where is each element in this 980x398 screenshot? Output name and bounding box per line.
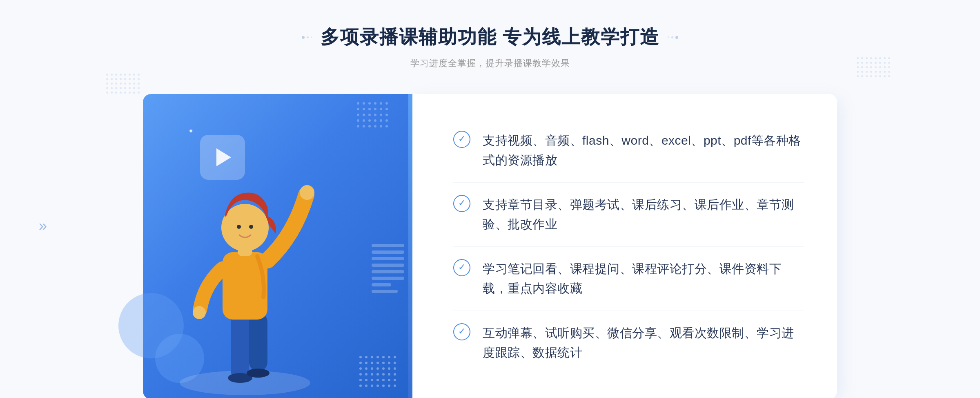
illust-bottom-dots xyxy=(359,356,396,387)
svg-rect-1 xyxy=(231,313,249,379)
header-title-wrapper: 多项录播课辅助功能 专为线上教学打造 xyxy=(302,25,679,50)
svg-point-7 xyxy=(193,306,206,319)
feature-text-2: 支持章节目录、弹题考试、课后练习、课后作业、章节测验、批改作业 xyxy=(483,195,804,234)
check-icon-3: ✓ xyxy=(453,259,470,276)
svg-point-11 xyxy=(249,225,253,229)
feature-item-1: ✓ 支持视频、音频、flash、word、excel、ppt、pdf等各种格式的… xyxy=(453,119,804,183)
check-mark-4: ✓ xyxy=(458,327,466,336)
svg-point-4 xyxy=(247,369,270,378)
features-panel: ✓ 支持视频、音频、flash、word、excel、ppt、pdf等各种格式的… xyxy=(412,94,837,398)
dot-grid-top-right xyxy=(857,57,890,77)
page-container: » 多项录播课辅助功能 专为线上教学打造 学习进度全掌握，提升录播课教学效果 xyxy=(0,0,980,398)
illustration-area: ✦ xyxy=(143,94,412,398)
feature-text-1: 支持视频、音频、flash、word、excel、ppt、pdf等各种格式的资源… xyxy=(483,131,804,170)
illustration-figure xyxy=(167,162,323,398)
illust-top-dots xyxy=(357,102,388,127)
page-subtitle: 学习进度全掌握，提升录播课教学效果 xyxy=(302,57,679,69)
header-dots-right xyxy=(668,36,678,39)
check-mark-1: ✓ xyxy=(458,134,466,143)
svg-point-6 xyxy=(300,185,314,200)
dot-grid-top-left xyxy=(106,74,140,94)
svg-point-10 xyxy=(237,225,241,229)
feature-text-3: 学习笔记回看、课程提问、课程评论打分、课件资料下载，重点内容收藏 xyxy=(483,259,804,298)
check-mark-3: ✓ xyxy=(458,263,466,272)
header-dots-left xyxy=(302,36,312,39)
feature-item-3: ✓ 学习笔记回看、课程提问、课程评论打分、课件资料下载，重点内容收藏 xyxy=(453,247,804,311)
sparkle-decoration: ✦ xyxy=(188,127,194,136)
main-content: ✦ xyxy=(143,94,837,398)
check-icon-4: ✓ xyxy=(453,323,470,340)
check-mark-2: ✓ xyxy=(458,199,466,208)
svg-rect-2 xyxy=(249,313,267,371)
header-section: 多项录播课辅助功能 专为线上教学打造 学习进度全掌握，提升录播课教学效果 xyxy=(302,25,679,69)
check-icon-1: ✓ xyxy=(453,131,470,148)
feature-item-4: ✓ 互动弹幕、试听购买、微信分享、观看次数限制、学习进度跟踪、数据统计 xyxy=(453,311,804,375)
left-arrow-decoration: » xyxy=(39,216,47,235)
feature-text-4: 互动弹幕、试听购买、微信分享、观看次数限制、学习进度跟踪、数据统计 xyxy=(483,323,804,362)
deco-stripes xyxy=(372,244,404,326)
figure-svg xyxy=(167,162,323,398)
feature-item-2: ✓ 支持章节目录、弹题考试、课后练习、课后作业、章节测验、批改作业 xyxy=(453,183,804,247)
check-icon-2: ✓ xyxy=(453,195,470,212)
page-title: 多项录播课辅助功能 专为线上教学打造 xyxy=(321,25,660,50)
